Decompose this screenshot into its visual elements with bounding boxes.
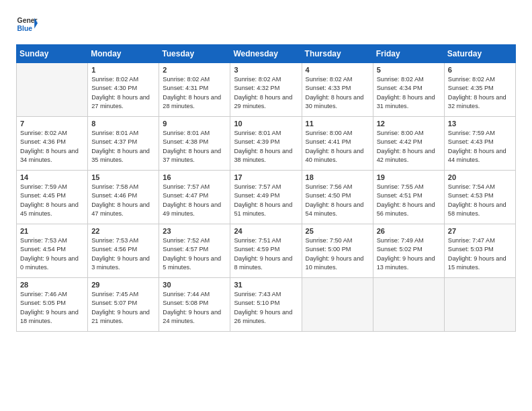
day-of-week-saturday: Saturday bbox=[444, 45, 515, 63]
day-number: 26 bbox=[377, 227, 441, 235]
calendar-cell: 10Sunrise: 8:01 AMSunset: 4:39 PMDayligh… bbox=[230, 117, 302, 171]
day-info: Sunrise: 7:59 AMSunset: 4:45 PMDaylight:… bbox=[20, 183, 84, 218]
calendar-cell: 12Sunrise: 8:00 AMSunset: 4:42 PMDayligh… bbox=[373, 117, 444, 171]
calendar-week-1: 1Sunrise: 8:02 AMSunset: 4:30 PMDaylight… bbox=[17, 63, 516, 117]
calendar-cell: 27Sunrise: 7:47 AMSunset: 5:03 PMDayligh… bbox=[444, 224, 515, 278]
calendar-cell: 13Sunrise: 7:59 AMSunset: 4:43 PMDayligh… bbox=[444, 117, 515, 171]
calendar-cell: 16Sunrise: 7:57 AMSunset: 4:47 PMDayligh… bbox=[159, 171, 230, 224]
day-info: Sunrise: 7:57 AMSunset: 4:47 PMDaylight:… bbox=[163, 183, 226, 218]
calendar-cell: 25Sunrise: 7:50 AMSunset: 5:00 PMDayligh… bbox=[302, 224, 373, 278]
day-of-week-monday: Monday bbox=[88, 45, 159, 63]
day-info: Sunrise: 8:02 AMSunset: 4:36 PMDaylight:… bbox=[20, 129, 84, 165]
calendar-cell bbox=[444, 278, 515, 332]
day-number: 17 bbox=[234, 173, 298, 181]
day-info: Sunrise: 8:02 AMSunset: 4:35 PMDaylight:… bbox=[448, 75, 512, 111]
calendar-header-row: SundayMondayTuesdayWednesdayThursdayFrid… bbox=[17, 45, 516, 63]
day-info: Sunrise: 8:01 AMSunset: 4:39 PMDaylight:… bbox=[234, 129, 298, 165]
day-number: 12 bbox=[377, 120, 441, 128]
day-info: Sunrise: 8:01 AMSunset: 4:38 PMDaylight:… bbox=[163, 129, 226, 165]
day-number: 7 bbox=[20, 120, 84, 128]
day-info: Sunrise: 7:46 AMSunset: 5:05 PMDaylight:… bbox=[20, 290, 84, 326]
day-number: 2 bbox=[163, 66, 226, 74]
day-of-week-sunday: Sunday bbox=[17, 45, 88, 63]
day-number: 8 bbox=[91, 120, 155, 128]
logo-icon: General Blue bbox=[16, 13, 38, 35]
calendar-week-4: 21Sunrise: 7:53 AMSunset: 4:54 PMDayligh… bbox=[17, 224, 516, 278]
calendar-cell bbox=[302, 278, 373, 332]
day-number: 10 bbox=[234, 120, 298, 128]
calendar-cell: 9Sunrise: 8:01 AMSunset: 4:38 PMDaylight… bbox=[159, 117, 230, 171]
day-info: Sunrise: 8:02 AMSunset: 4:32 PMDaylight:… bbox=[234, 75, 298, 111]
day-info: Sunrise: 7:53 AMSunset: 4:56 PMDaylight:… bbox=[91, 236, 155, 272]
day-number: 1 bbox=[91, 66, 155, 74]
day-info: Sunrise: 7:53 AMSunset: 4:54 PMDaylight:… bbox=[20, 236, 84, 272]
calendar-table: SundayMondayTuesdayWednesdayThursdayFrid… bbox=[16, 44, 516, 332]
day-info: Sunrise: 7:54 AMSunset: 4:53 PMDaylight:… bbox=[448, 183, 512, 218]
day-info: Sunrise: 8:02 AMSunset: 4:34 PMDaylight:… bbox=[377, 75, 441, 111]
day-number: 24 bbox=[234, 227, 298, 235]
day-number: 15 bbox=[91, 173, 155, 181]
day-info: Sunrise: 7:50 AMSunset: 5:00 PMDaylight:… bbox=[306, 236, 369, 272]
calendar-cell: 15Sunrise: 7:58 AMSunset: 4:46 PMDayligh… bbox=[88, 171, 159, 224]
day-info: Sunrise: 8:02 AMSunset: 4:30 PMDaylight:… bbox=[91, 75, 155, 111]
calendar-cell: 18Sunrise: 7:56 AMSunset: 4:50 PMDayligh… bbox=[302, 171, 373, 224]
calendar-cell: 5Sunrise: 8:02 AMSunset: 4:34 PMDaylight… bbox=[373, 63, 444, 117]
day-info: Sunrise: 7:51 AMSunset: 4:59 PMDaylight:… bbox=[234, 236, 298, 272]
calendar-cell: 31Sunrise: 7:43 AMSunset: 5:10 PMDayligh… bbox=[230, 278, 302, 332]
day-number: 11 bbox=[306, 120, 369, 128]
day-info: Sunrise: 7:52 AMSunset: 4:57 PMDaylight:… bbox=[163, 236, 226, 272]
svg-text:Blue: Blue bbox=[17, 25, 33, 32]
day-number: 16 bbox=[163, 173, 226, 181]
day-info: Sunrise: 7:43 AMSunset: 5:10 PMDaylight:… bbox=[234, 290, 298, 326]
day-number: 9 bbox=[163, 120, 226, 128]
day-of-week-tuesday: Tuesday bbox=[159, 45, 230, 63]
calendar-cell: 19Sunrise: 7:55 AMSunset: 4:51 PMDayligh… bbox=[373, 171, 444, 224]
day-number: 21 bbox=[20, 227, 84, 235]
day-number: 18 bbox=[306, 173, 369, 181]
calendar-cell: 11Sunrise: 8:00 AMSunset: 4:41 PMDayligh… bbox=[302, 117, 373, 171]
calendar-body: 1Sunrise: 8:02 AMSunset: 4:30 PMDaylight… bbox=[17, 63, 516, 332]
day-number: 20 bbox=[448, 173, 512, 181]
calendar-cell: 24Sunrise: 7:51 AMSunset: 4:59 PMDayligh… bbox=[230, 224, 302, 278]
day-info: Sunrise: 8:02 AMSunset: 4:33 PMDaylight:… bbox=[306, 75, 369, 111]
day-info: Sunrise: 8:00 AMSunset: 4:41 PMDaylight:… bbox=[306, 129, 369, 165]
calendar-cell: 8Sunrise: 8:01 AMSunset: 4:37 PMDaylight… bbox=[88, 117, 159, 171]
day-number: 19 bbox=[377, 173, 441, 181]
day-of-week-wednesday: Wednesday bbox=[230, 45, 302, 63]
day-info: Sunrise: 7:45 AMSunset: 5:07 PMDaylight:… bbox=[91, 290, 155, 326]
day-number: 28 bbox=[20, 281, 84, 289]
day-number: 14 bbox=[20, 173, 84, 181]
calendar-week-5: 28Sunrise: 7:46 AMSunset: 5:05 PMDayligh… bbox=[17, 278, 516, 332]
day-info: Sunrise: 7:58 AMSunset: 4:46 PMDaylight:… bbox=[91, 183, 155, 218]
day-number: 5 bbox=[377, 66, 441, 74]
day-number: 22 bbox=[91, 227, 155, 235]
calendar-cell: 4Sunrise: 8:02 AMSunset: 4:33 PMDaylight… bbox=[302, 63, 373, 117]
day-info: Sunrise: 7:59 AMSunset: 4:43 PMDaylight:… bbox=[448, 129, 512, 165]
calendar-cell: 26Sunrise: 7:49 AMSunset: 5:02 PMDayligh… bbox=[373, 224, 444, 278]
calendar-cell: 30Sunrise: 7:44 AMSunset: 5:08 PMDayligh… bbox=[159, 278, 230, 332]
calendar-cell: 29Sunrise: 7:45 AMSunset: 5:07 PMDayligh… bbox=[88, 278, 159, 332]
calendar-cell: 28Sunrise: 7:46 AMSunset: 5:05 PMDayligh… bbox=[17, 278, 88, 332]
page: General Blue SundayMondayTuesdayWednesda… bbox=[0, 0, 532, 411]
calendar-cell: 3Sunrise: 8:02 AMSunset: 4:32 PMDaylight… bbox=[230, 63, 302, 117]
day-number: 31 bbox=[234, 281, 298, 289]
day-info: Sunrise: 7:47 AMSunset: 5:03 PMDaylight:… bbox=[448, 236, 512, 272]
calendar-week-3: 14Sunrise: 7:59 AMSunset: 4:45 PMDayligh… bbox=[17, 171, 516, 224]
day-number: 25 bbox=[306, 227, 369, 235]
day-number: 30 bbox=[163, 281, 226, 289]
header: General Blue bbox=[16, 13, 516, 35]
day-number: 29 bbox=[91, 281, 155, 289]
day-number: 6 bbox=[448, 66, 512, 74]
day-info: Sunrise: 7:55 AMSunset: 4:51 PMDaylight:… bbox=[377, 183, 441, 218]
calendar-cell: 22Sunrise: 7:53 AMSunset: 4:56 PMDayligh… bbox=[88, 224, 159, 278]
day-of-week-friday: Friday bbox=[373, 45, 444, 63]
day-number: 27 bbox=[448, 227, 512, 235]
day-info: Sunrise: 8:01 AMSunset: 4:37 PMDaylight:… bbox=[91, 129, 155, 165]
calendar-cell: 1Sunrise: 8:02 AMSunset: 4:30 PMDaylight… bbox=[88, 63, 159, 117]
calendar-cell: 21Sunrise: 7:53 AMSunset: 4:54 PMDayligh… bbox=[17, 224, 88, 278]
calendar-cell: 14Sunrise: 7:59 AMSunset: 4:45 PMDayligh… bbox=[17, 171, 88, 224]
day-number: 13 bbox=[448, 120, 512, 128]
calendar-cell: 7Sunrise: 8:02 AMSunset: 4:36 PMDaylight… bbox=[17, 117, 88, 171]
day-of-week-thursday: Thursday bbox=[302, 45, 373, 63]
calendar-cell: 23Sunrise: 7:52 AMSunset: 4:57 PMDayligh… bbox=[159, 224, 230, 278]
